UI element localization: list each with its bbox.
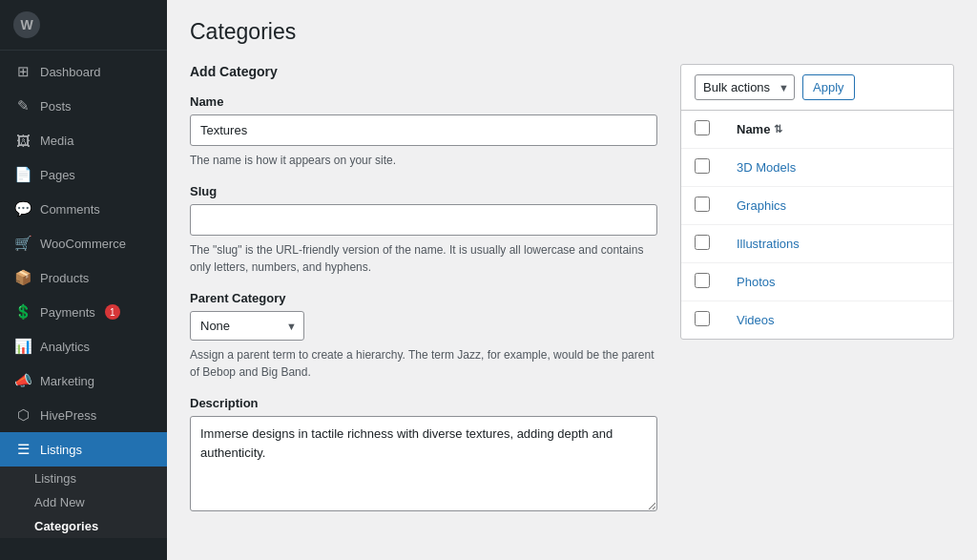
row-checkbox-graphics[interactable] xyxy=(695,197,710,212)
row-checkbox-3d-models[interactable] xyxy=(695,158,710,174)
submenu-item-add-new[interactable]: Add New xyxy=(0,490,167,514)
pages-icon: 📄 xyxy=(13,165,32,184)
sidebar-item-dashboard[interactable]: ⊞Dashboard xyxy=(0,54,167,89)
row-checkbox-cell xyxy=(681,301,723,340)
table-row: Videos xyxy=(681,301,953,340)
parent-category-select[interactable]: None xyxy=(190,311,304,341)
sidebar-label-pages: Pages xyxy=(40,168,75,182)
add-category-form: Add Category Name The name is how it app… xyxy=(190,64,657,529)
name-input[interactable] xyxy=(190,114,657,146)
sort-icon[interactable]: ⇅ xyxy=(774,123,782,135)
sidebar-link-media[interactable]: 🖼Media xyxy=(0,123,167,157)
sidebar-item-marketing[interactable]: 📣Marketing xyxy=(0,363,167,398)
row-checkbox-cell xyxy=(681,225,723,263)
description-input[interactable]: Immerse designs in tactile richness with… xyxy=(190,416,657,511)
row-checkbox-cell xyxy=(681,263,723,301)
bulk-actions-select[interactable]: Bulk actions xyxy=(695,74,795,100)
row-checkbox-illustrations[interactable] xyxy=(695,235,710,250)
category-rows: 3D ModelsGraphicsIllustrationsPhotosVide… xyxy=(681,149,953,340)
category-link-videos[interactable]: Videos xyxy=(737,313,775,327)
slug-field: Slug The "slug" is the URL-friendly vers… xyxy=(190,184,657,276)
sidebar-item-woocommerce[interactable]: 🛒WooCommerce xyxy=(0,226,167,260)
category-link-3d-models[interactable]: 3D Models xyxy=(737,160,796,175)
sidebar-link-marketing[interactable]: 📣Marketing xyxy=(0,363,167,398)
sidebar-link-products[interactable]: 📦Products xyxy=(0,260,167,295)
sidebar-link-pages[interactable]: 📄Pages xyxy=(0,157,167,192)
page-title: Categories xyxy=(190,19,954,45)
name-column-label: Name xyxy=(737,122,770,136)
products-icon: 📦 xyxy=(13,268,32,287)
sidebar-label-dashboard: Dashboard xyxy=(40,65,101,79)
sidebar-item-posts[interactable]: ✎Posts xyxy=(0,89,167,123)
category-table: Name ⇅ 3D ModelsGraphicsIllustrationsPho… xyxy=(681,111,953,339)
sidebar-link-hivepress[interactable]: ⬡HivePress xyxy=(0,398,167,432)
slug-input[interactable] xyxy=(190,204,657,236)
sidebar-label-analytics: Analytics xyxy=(40,340,90,354)
apply-button[interactable]: Apply xyxy=(802,74,855,100)
name-label: Name xyxy=(190,94,657,109)
submenu-link-listings-main[interactable]: Listings xyxy=(0,467,167,490)
sidebar-link-dashboard[interactable]: ⊞Dashboard xyxy=(0,54,167,89)
sidebar: W ⊞Dashboard✎Posts🖼Media📄Pages💬Comments🛒… xyxy=(0,0,167,560)
sidebar-label-hivepress: HivePress xyxy=(40,408,96,423)
sidebar-item-comments[interactable]: 💬Comments xyxy=(0,192,167,226)
table-row: Photos xyxy=(681,263,953,301)
category-link-illustrations[interactable]: Illustrations xyxy=(737,237,800,251)
row-checkbox-videos[interactable] xyxy=(695,311,710,326)
submenu-link-add-new[interactable]: Add New xyxy=(0,490,167,514)
parent-select-wrap: None ▼ xyxy=(190,311,304,341)
table-row: 3D Models xyxy=(681,149,953,187)
sidebar-label-comments: Comments xyxy=(40,202,100,217)
sidebar-item-hivepress[interactable]: ⬡HivePress xyxy=(0,398,167,432)
sidebar-label-payments: Payments xyxy=(40,305,95,320)
sidebar-item-products[interactable]: 📦Products xyxy=(0,260,167,295)
submenu-link-categories[interactable]: Categories xyxy=(0,514,167,538)
submenu-item-categories[interactable]: Categories xyxy=(0,514,167,538)
parent-category-field: Parent Category None ▼ Assign a parent t… xyxy=(190,291,657,381)
submenu-item-listings-main[interactable]: Listings xyxy=(0,467,167,490)
slug-label: Slug xyxy=(190,184,657,198)
select-all-checkbox[interactable] xyxy=(695,120,710,135)
posts-icon: ✎ xyxy=(13,96,32,115)
table-row: Illustrations xyxy=(681,225,953,263)
sidebar-link-listings[interactable]: ☰Listings xyxy=(0,432,167,467)
sidebar-menu: ⊞Dashboard✎Posts🖼Media📄Pages💬Comments🛒Wo… xyxy=(0,51,167,542)
row-checkbox-cell xyxy=(681,187,723,225)
parent-hint: Assign a parent term to create a hierarc… xyxy=(190,346,657,381)
category-link-graphics[interactable]: Graphics xyxy=(737,198,786,213)
submenu-listings: ListingsAdd NewCategories xyxy=(0,467,167,538)
sidebar-link-payments[interactable]: 💲Payments1 xyxy=(0,295,167,329)
payments-icon: 💲 xyxy=(13,302,32,321)
sidebar-link-posts[interactable]: ✎Posts xyxy=(0,89,167,123)
parent-category-label: Parent Category xyxy=(190,291,657,305)
sidebar-label-woocommerce: WooCommerce xyxy=(40,237,126,251)
content-area: Add Category Name The name is how it app… xyxy=(190,64,954,529)
sidebar-logo: W xyxy=(0,0,167,51)
row-checkbox-photos[interactable] xyxy=(695,273,710,288)
name-column-header: Name ⇅ xyxy=(723,111,953,149)
listings-icon: ☰ xyxy=(13,440,32,459)
sidebar-item-payments[interactable]: 💲Payments1 xyxy=(0,295,167,329)
dashboard-icon: ⊞ xyxy=(13,62,32,81)
sidebar-label-products: Products xyxy=(40,271,89,285)
row-name-cell: Graphics xyxy=(723,187,953,225)
badge-payments: 1 xyxy=(105,304,120,320)
sidebar-link-analytics[interactable]: 📊Analytics xyxy=(0,329,167,363)
categories-list: Bulk actions ▼ Apply Name xyxy=(680,64,954,340)
analytics-icon: 📊 xyxy=(13,337,32,356)
sidebar-item-media[interactable]: 🖼Media xyxy=(0,123,167,157)
categories-toolbar: Bulk actions ▼ Apply xyxy=(681,65,953,111)
table-row: Graphics xyxy=(681,187,953,225)
hivepress-icon: ⬡ xyxy=(13,405,32,425)
sidebar-link-woocommerce[interactable]: 🛒WooCommerce xyxy=(0,226,167,260)
sidebar-item-analytics[interactable]: 📊Analytics xyxy=(0,329,167,363)
row-name-cell: 3D Models xyxy=(723,149,953,187)
sidebar-item-listings[interactable]: ☰ListingsListingsAdd NewCategories xyxy=(0,432,167,538)
sidebar-item-pages[interactable]: 📄Pages xyxy=(0,157,167,192)
description-field: Description Immerse designs in tactile r… xyxy=(190,396,657,514)
category-link-photos[interactable]: Photos xyxy=(737,275,775,289)
description-label: Description xyxy=(190,396,657,410)
wp-logo-icon: W xyxy=(13,11,40,38)
sidebar-link-comments[interactable]: 💬Comments xyxy=(0,192,167,226)
name-field: Name The name is how it appears on your … xyxy=(190,94,657,169)
